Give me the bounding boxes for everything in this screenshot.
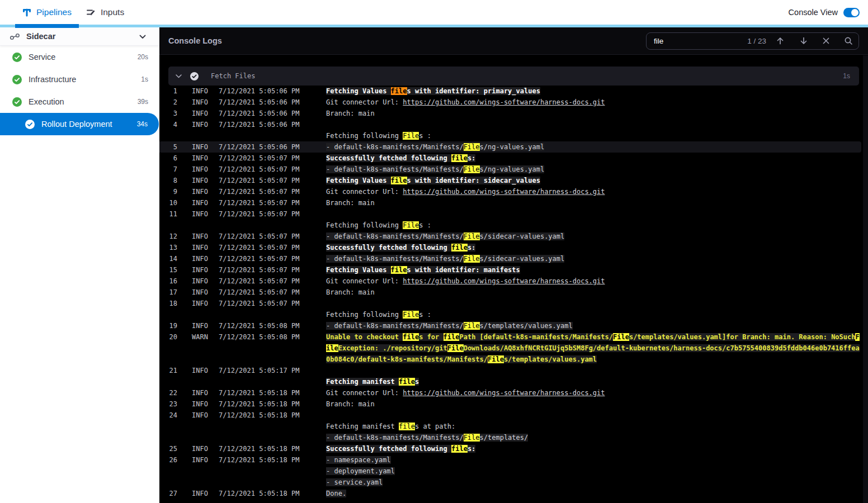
log-row[interactable]: 9INFO7/12/2021 5:05:07 PMGit connector U… [159,186,868,197]
log-text: Fetching manifest [326,423,399,430]
search-next-icon[interactable] [799,36,808,45]
sidebar-item-execution[interactable]: Execution39s [0,91,159,113]
log-text: - default-k8s-manifests/Manifests/ [326,143,464,151]
log-row[interactable]: 18INFO7/12/2021 5:05:07 PM [159,298,868,309]
log-section-header[interactable]: Fetch Files 1s [168,67,859,86]
log-row[interactable]: 7INFO7/12/2021 5:05:07 PM- default-k8s-m… [159,164,868,175]
log-level: INFO [192,143,209,151]
log-row[interactable]: - service.yaml [159,477,868,488]
log-row[interactable]: 14INFO7/12/2021 5:05:07 PM- default-k8s-… [159,253,868,264]
log-row[interactable]: 19INFO7/12/2021 5:05:08 PM- default-k8s-… [159,320,868,331]
log-link[interactable]: https://github.com/wings-software/harnes… [403,277,605,285]
log-link[interactable]: https://github.com/wings-software/harnes… [403,389,605,397]
log-row[interactable]: 6INFO7/12/2021 5:05:07 PMSuccessfully fe… [159,153,868,164]
log-link[interactable]: https://github.com/wings-software/harnes… [403,98,605,106]
search-match: file [391,266,407,274]
sidebar-item-infrastructure[interactable]: Infrastructure1s [0,68,159,91]
log-row[interactable]: 17INFO7/12/2021 5:05:07 PMBranch: main [159,287,868,298]
tab-pipelines[interactable]: Pipelines [15,0,79,25]
log-row[interactable]: 23INFO7/12/2021 5:05:18 PMBranch: main [159,398,868,410]
log-text: s/templates/ [480,434,529,442]
log-message: Successfully fetched following files: [326,154,475,162]
log-timestamp: 7/12/2021 5:05:07 PM [219,266,300,274]
log-row[interactable]: 10INFO7/12/2021 5:05:07 PMBranch: main [159,197,868,208]
log-text: Branch: main [326,199,375,207]
log-row[interactable]: Fetching following Files : [159,220,868,231]
log-row[interactable]: - deployment.yaml [159,466,868,477]
chevron-down-icon[interactable] [176,74,182,78]
log-row[interactable]: 4INFO7/12/2021 5:05:06 PM [159,119,868,130]
log-row[interactable]: 3INFO7/12/2021 5:05:06 PMBranch: main [159,108,868,119]
search-match: File [403,311,419,319]
log-level: INFO [192,300,209,307]
log-row[interactable]: 15INFO7/12/2021 5:05:07 PMFetching Value… [159,264,868,276]
search-match: File [464,232,480,240]
log-line-number: 23 [168,400,177,408]
toggle-knob [851,9,858,16]
log-text: s/templates/values.yaml [504,355,597,363]
log-line-number: 6 [168,154,177,162]
search-box[interactable]: file 1 / 23 [646,32,859,50]
sidebar-item-service[interactable]: Service20s [0,46,159,68]
log-row[interactable]: Fetching following Files : [159,130,868,141]
log-text: s: [468,445,475,453]
log-line-number: 5 [168,143,177,151]
log-row[interactable]: 2INFO7/12/2021 5:05:06 PMGit connector U… [159,97,868,108]
stage-duration: 1s [141,75,148,83]
log-row[interactable]: 0b084c0/default-k8s-manifests/Manifests/… [159,354,868,365]
log-row[interactable]: 20WARN7/12/2021 5:05:08 PMUnable to chec… [159,331,868,343]
log-message: Successfully fetched following files: [326,445,475,453]
log-row[interactable]: 22INFO7/12/2021 5:05:18 PMGit connector … [159,387,868,398]
log-row[interactable]: 25INFO7/12/2021 5:05:18 PMSuccessfully f… [159,443,868,454]
log-text: Exception: ./repository/git [338,344,447,352]
chevron-down-icon[interactable] [139,32,146,41]
log-timestamp: 7/12/2021 5:05:06 PM [219,110,300,117]
top-bar: Pipelines Inputs Console View [0,0,868,25]
log-message: - deployment.yaml [326,467,395,475]
log-row[interactable]: 8INFO7/12/2021 5:05:07 PMFetching Values… [159,175,868,186]
log-row[interactable]: 16INFO7/12/2021 5:05:07 PMGit connector … [159,276,868,287]
log-level: INFO [192,266,209,274]
search-match: File [464,434,480,442]
log-row[interactable]: ileException: ./repository/gitFileDownlo… [159,343,868,354]
log-row[interactable]: 27INFO7/12/2021 5:05:18 PMDone. [159,488,868,499]
log-level: INFO [192,87,209,95]
log-text: Git connector Url: [326,277,403,285]
search-prev-icon[interactable] [776,36,785,45]
log-row[interactable]: - default-k8s-manifests/Manifests/Files/… [159,432,868,443]
log-level: INFO [192,244,209,252]
tab-inputs[interactable]: Inputs [79,0,131,25]
stage-group-header[interactable]: Sidecar [0,27,159,46]
search-icon[interactable] [844,36,853,45]
log-timestamp: 7/12/2021 5:05:18 PM [219,445,300,453]
log-row[interactable]: 1INFO7/12/2021 5:05:06 PMFetching Values… [159,86,868,97]
log-row[interactable]: 21INFO7/12/2021 5:05:17 PM [159,365,868,376]
log-message: - default-k8s-manifests/Manifests/Files/… [326,165,544,173]
tab-bar: Pipelines Inputs [0,0,868,25]
stage-label: Service [29,53,55,61]
sidebar-item-rollout-deployment[interactable]: Rollout Deployment34s [0,113,159,135]
console-view-toggle[interactable] [843,8,860,17]
log-line-number: 20 [168,333,177,341]
log-row[interactable]: Fetching manifest files at path: [159,421,868,432]
log-row[interactable]: 12INFO7/12/2021 5:05:07 PM- default-k8s-… [159,231,868,242]
log-row[interactable]: 11INFO7/12/2021 5:05:07 PM [159,208,868,220]
log-row[interactable]: 24INFO7/12/2021 5:05:18 PM [159,410,868,421]
log-level: INFO [192,165,209,173]
log-link[interactable]: https://github.com/wings-software/harnes… [403,188,605,196]
log-row[interactable]: 5INFO7/12/2021 5:05:06 PM- default-k8s-m… [159,141,861,153]
log-text: Done. [326,490,346,497]
search-match: file [451,154,468,162]
step-success-icon [190,72,199,80]
log-row[interactable]: 26INFO7/12/2021 5:05:18 PM- namespace.ya… [159,454,868,466]
console-title: Console Logs [168,36,222,45]
log-text: - default-k8s-manifests/Manifests/ [326,322,464,330]
log-row[interactable]: Fetching manifest files [159,376,868,387]
search-clear-icon[interactable] [823,37,829,44]
log-text: Git connector Url: [326,389,403,397]
log-row[interactable]: Fetching following Files : [159,309,868,320]
search-match: File [464,255,480,263]
search-input[interactable]: file [654,37,663,45]
log-line-number: 19 [168,322,177,330]
log-row[interactable]: 13INFO7/12/2021 5:05:07 PMSuccessfully f… [159,242,868,253]
